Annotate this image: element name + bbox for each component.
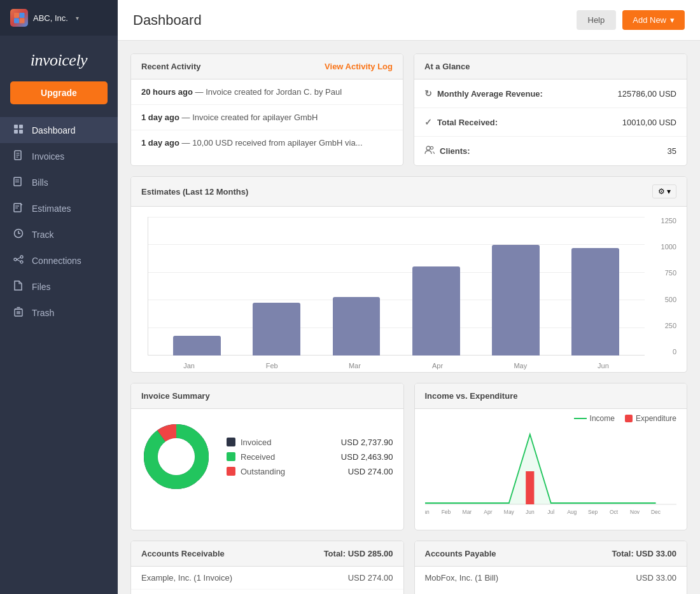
income-legend-label: Income xyxy=(590,414,615,423)
sidebar-item-connections[interactable]: Connections xyxy=(0,247,118,273)
x-label: Mar xyxy=(313,362,396,370)
x-label: Feb xyxy=(230,362,313,370)
svg-marker-37 xyxy=(425,434,656,504)
svg-text:Jul: Jul xyxy=(547,509,554,515)
svg-text:May: May xyxy=(503,509,514,515)
sidebar-item-label: Track xyxy=(32,230,53,240)
legend-outstanding-label: Outstanding xyxy=(241,467,285,476)
help-button[interactable]: Help xyxy=(577,10,617,30)
accounts-payable-title: Accounts Payable xyxy=(425,549,496,558)
bills-icon xyxy=(13,176,24,188)
bar xyxy=(253,303,300,356)
sidebar-item-files[interactable]: Files xyxy=(0,273,118,300)
svg-point-21 xyxy=(20,261,23,263)
svg-text:Oct: Oct xyxy=(610,509,619,515)
glance-label: ✓ Total Received: xyxy=(424,117,498,127)
account-name: MobFox, Inc. (1 Bill) xyxy=(425,573,499,583)
sidebar-item-label: Connections xyxy=(32,256,81,266)
sidebar-item-bills[interactable]: Bills xyxy=(0,169,118,195)
legend-outstanding-value: USD 274.00 xyxy=(348,467,393,476)
svg-rect-7 xyxy=(19,130,23,134)
x-label: May xyxy=(479,362,562,370)
svg-text:Dec: Dec xyxy=(651,509,661,515)
y-label: 0 xyxy=(673,348,676,356)
sidebar: ABC, Inc. ▾ invoicely Upgrade Dashboard … xyxy=(0,0,118,594)
activity-item: 1 day ago — Invoice created for apilayer… xyxy=(131,105,403,130)
accounts-receivable-total: Total: USD 285.00 xyxy=(324,549,393,558)
accounts-receivable-title: Accounts Receivable xyxy=(141,549,225,558)
chevron-down-icon: ▾ xyxy=(670,15,675,25)
track-icon xyxy=(13,228,24,240)
svg-line-22 xyxy=(17,258,20,259)
x-labels: JanFebMarAprMayJun xyxy=(148,362,645,370)
company-icon xyxy=(10,9,28,27)
income-line-icon xyxy=(574,418,587,419)
sidebar-item-invoices[interactable]: Invoices xyxy=(0,143,118,169)
svg-point-20 xyxy=(20,256,23,258)
bar-col xyxy=(160,217,234,356)
logo-area: invoicely xyxy=(0,36,118,81)
at-a-glance-title: At a Glance xyxy=(424,62,470,71)
view-activity-log-link[interactable]: View Activity Log xyxy=(325,62,393,71)
sidebar-item-estimates[interactable]: Estimates xyxy=(0,195,118,221)
sidebar-item-track[interactable]: Track xyxy=(0,221,118,247)
company-selector[interactable]: ABC, Inc. ▾ xyxy=(0,0,118,36)
invoice-summary-title: Invoice Summary xyxy=(141,391,210,401)
glance-row-received: ✓ Total Received: 10010,00 USD xyxy=(414,108,687,137)
upgrade-button[interactable]: Upgrade xyxy=(10,81,108,104)
at-a-glance-header: At a Glance xyxy=(414,54,687,79)
svg-text:Apr: Apr xyxy=(484,509,492,515)
header-actions: Help Add New ▾ xyxy=(577,10,685,30)
sidebar-item-label: Bills xyxy=(32,177,48,188)
activity-item: 1 day ago — 10,00 USD received from apil… xyxy=(131,130,403,155)
estimates-chart-header: Estimates (Last 12 Months) ⚙ ▾ xyxy=(131,177,687,207)
bars-container xyxy=(148,217,645,356)
outstanding-color xyxy=(227,467,235,476)
y-label: 1000 xyxy=(661,243,676,251)
add-new-button[interactable]: Add New ▾ xyxy=(622,10,685,30)
dashboard-icon xyxy=(13,124,24,136)
clients-icon xyxy=(424,146,435,156)
y-axis-spacer xyxy=(141,217,148,370)
svg-rect-4 xyxy=(14,125,18,128)
glance-row-clients: Clients: 35 xyxy=(414,137,687,165)
invoiced-color xyxy=(227,438,235,446)
svg-rect-0 xyxy=(14,13,19,18)
chart-settings-button[interactable]: ⚙ ▾ xyxy=(652,184,676,198)
bar-col xyxy=(319,217,393,356)
sidebar-item-label: Invoices xyxy=(32,151,64,162)
glance-value-received: 10010,00 USD xyxy=(622,118,676,127)
accounts-grid: Accounts Receivable Total: USD 285.00 Ex… xyxy=(130,541,687,594)
sidebar-item-trash[interactable]: Trash xyxy=(0,300,118,326)
glance-value-revenue: 125786,00 USD xyxy=(617,89,676,99)
legend-received-label: Received xyxy=(241,452,275,462)
account-row: ABC, Inc. (4 Invoices) USD 11.00 xyxy=(131,590,403,594)
bar xyxy=(173,336,221,356)
svg-rect-38 xyxy=(526,471,534,504)
svg-text:Nov: Nov xyxy=(630,509,640,515)
connections-icon xyxy=(13,254,24,266)
activity-time: 20 hours ago xyxy=(141,87,193,97)
at-a-glance-card: At a Glance ↻ Monthly Average Revenue: 1… xyxy=(414,53,687,166)
gear-icon: ⚙ xyxy=(658,187,665,196)
main-content: Dashboard Help Add New ▾ Recent Activity… xyxy=(118,0,700,594)
chart-wrapper: JanFebMarAprMayJun 1250 1000 750 500 250… xyxy=(131,207,687,372)
income-expenditure-title: Income vs. Expenditure xyxy=(425,391,518,401)
bar-col xyxy=(240,217,313,356)
glance-label: ↻ Monthly Average Revenue: xyxy=(424,88,543,99)
income-chart-area: Income Expenditure xyxy=(415,409,687,530)
sidebar-item-label: Estimates xyxy=(32,204,71,214)
legend-table: Invoiced USD 2,737.90 Received USD 2,463… xyxy=(227,435,393,479)
legend-row-received: Received USD 2,463.90 xyxy=(227,450,393,464)
content-area: Recent Activity View Activity Log 20 hou… xyxy=(118,41,700,594)
activity-time: 1 day ago xyxy=(141,113,179,122)
sidebar-item-dashboard[interactable]: Dashboard xyxy=(0,117,118,143)
legend-row-outstanding: Outstanding USD 274.00 xyxy=(227,464,393,479)
bar xyxy=(333,297,381,356)
legend-row-invoiced: Invoiced USD 2,737.90 xyxy=(227,435,393,450)
glance-label: Clients: xyxy=(424,146,470,156)
activity-time: 1 day ago xyxy=(141,138,179,148)
company-name: ABC, Inc. xyxy=(33,13,68,23)
line-chart-svg: Jan Feb Mar Apr May Jun Jul Aug Sep Oct … xyxy=(425,428,677,517)
svg-text:Sep: Sep xyxy=(588,509,598,515)
